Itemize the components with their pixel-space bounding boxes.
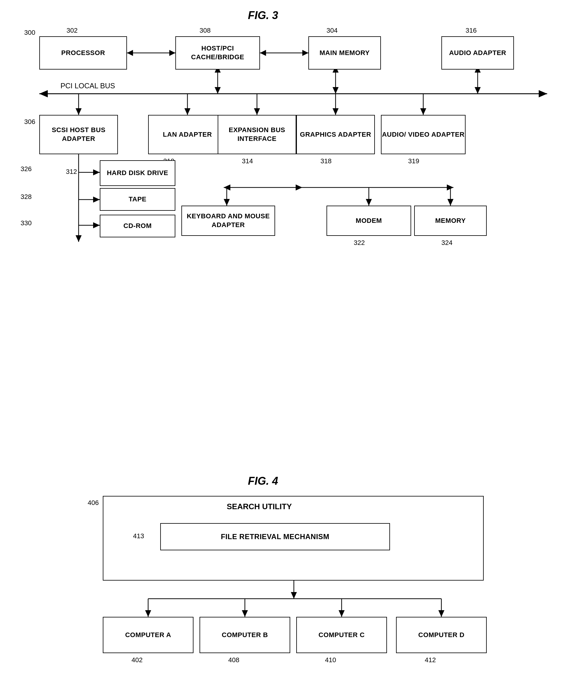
svg-marker-27 bbox=[420, 108, 426, 115]
ref-322: 322 bbox=[354, 239, 365, 247]
file-retrieval-box: FILE RETRIEVAL MECHANISM bbox=[160, 523, 390, 550]
ref-306: 306 bbox=[24, 118, 35, 126]
memory-box: MEMORY bbox=[414, 206, 487, 236]
ref-326: 326 bbox=[21, 165, 32, 173]
svg-marker-48 bbox=[291, 592, 297, 599]
diagram-container: FIG. 3 300 PROCESSOR 302 HOST/PCI CACHE/… bbox=[0, 0, 588, 700]
ref-300: 300 bbox=[24, 29, 35, 37]
computer-c-box: COMPUTER C bbox=[296, 617, 387, 653]
processor-box: PROCESSOR bbox=[39, 36, 127, 70]
svg-marker-16 bbox=[333, 87, 339, 94]
svg-marker-46 bbox=[447, 199, 453, 206]
svg-marker-29 bbox=[76, 235, 82, 242]
ref-319: 319 bbox=[408, 157, 419, 165]
arrows-svg bbox=[0, 0, 588, 700]
fig4-title: FIG. 4 bbox=[248, 475, 278, 487]
ref-408: 408 bbox=[228, 656, 239, 664]
ref-314: 314 bbox=[242, 157, 253, 165]
cd-rom-box: CD-ROM bbox=[100, 215, 175, 237]
svg-marker-25 bbox=[333, 108, 339, 115]
svg-marker-2 bbox=[539, 90, 547, 97]
svg-marker-4 bbox=[127, 50, 133, 56]
ref-324: 324 bbox=[441, 239, 453, 247]
hard-disk-box: HARD DISK DRIVE bbox=[100, 160, 175, 186]
modem-box: MODEM bbox=[326, 206, 411, 236]
svg-marker-11 bbox=[475, 87, 481, 94]
svg-marker-38 bbox=[296, 184, 302, 190]
fig3-title: FIG. 3 bbox=[248, 9, 278, 22]
ref-316: 316 bbox=[466, 27, 477, 34]
svg-marker-21 bbox=[184, 108, 190, 115]
svg-marker-23 bbox=[254, 108, 260, 115]
audio-adapter-box: AUDIO ADAPTER bbox=[441, 36, 514, 70]
pci-bus-label: PCI LOCAL BUS bbox=[60, 82, 115, 90]
computer-d-box: COMPUTER D bbox=[396, 617, 487, 653]
host-pci-box: HOST/PCI CACHE/BRIDGE bbox=[175, 36, 260, 70]
svg-marker-53 bbox=[242, 610, 248, 617]
svg-marker-37 bbox=[224, 184, 230, 190]
svg-marker-40 bbox=[447, 184, 453, 190]
ref-308: 308 bbox=[200, 27, 211, 34]
svg-marker-31 bbox=[93, 169, 100, 175]
computer-a-box: COMPUTER A bbox=[103, 617, 193, 653]
tape-box: TAPE bbox=[100, 188, 175, 211]
main-memory-box: MAIN MEMORY bbox=[308, 36, 381, 70]
svg-marker-57 bbox=[438, 610, 444, 617]
expansion-bus-box: EXPANSION BUS INTERFACE bbox=[218, 115, 296, 154]
ref-413: 413 bbox=[133, 532, 144, 540]
svg-marker-8 bbox=[302, 50, 308, 56]
svg-marker-33 bbox=[93, 197, 100, 203]
svg-marker-35 bbox=[93, 222, 100, 228]
ref-412: 412 bbox=[425, 656, 436, 664]
keyboard-mouse-box: KEYBOARD AND MOUSE ADAPTER bbox=[181, 206, 275, 236]
ref-304: 304 bbox=[326, 27, 338, 34]
svg-marker-13 bbox=[215, 87, 221, 94]
lan-adapter-box: LAN ADAPTER bbox=[148, 115, 227, 154]
ref-406: 406 bbox=[88, 499, 99, 507]
search-utility-label: SEARCH UTILITY bbox=[227, 502, 292, 511]
svg-marker-51 bbox=[145, 610, 151, 617]
ref-402: 402 bbox=[132, 656, 143, 664]
svg-marker-1 bbox=[39, 90, 48, 97]
svg-marker-42 bbox=[224, 199, 230, 206]
svg-marker-5 bbox=[169, 50, 175, 56]
ref-330: 330 bbox=[21, 219, 32, 227]
ref-318: 318 bbox=[320, 157, 332, 165]
svg-marker-55 bbox=[339, 610, 345, 617]
scsi-box: SCSI HOST BUS ADAPTER bbox=[39, 115, 118, 154]
svg-marker-44 bbox=[366, 199, 372, 206]
svg-marker-19 bbox=[76, 108, 82, 115]
svg-marker-7 bbox=[260, 50, 266, 56]
graphics-adapter-box: GRAPHICS ADAPTER bbox=[296, 115, 375, 154]
ref-328: 328 bbox=[21, 193, 32, 201]
ref-410: 410 bbox=[325, 656, 336, 664]
ref-312: 312 bbox=[66, 168, 77, 176]
audio-video-box: AUDIO/ VIDEO ADAPTER bbox=[381, 115, 466, 154]
ref-302: 302 bbox=[67, 27, 78, 34]
computer-b-box: COMPUTER B bbox=[200, 617, 290, 653]
